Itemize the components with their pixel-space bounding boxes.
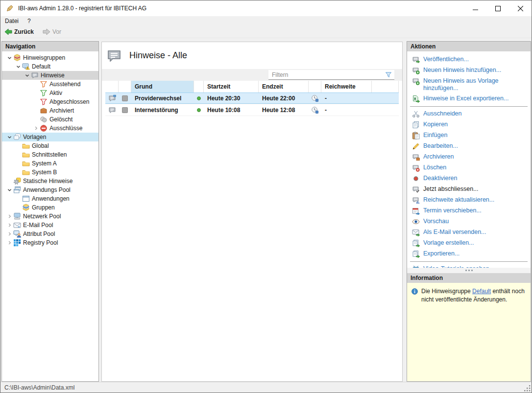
nav-item-abgeschlossen[interactable]: Abgeschlossen bbox=[2, 97, 98, 106]
chevron-down-icon[interactable] bbox=[15, 63, 22, 70]
nav-item-statische-hinweise[interactable]: Statische Hinweise bbox=[2, 177, 98, 185]
nav-item-label: Gruppen bbox=[32, 204, 55, 211]
close-button[interactable] bbox=[509, 0, 532, 16]
cell-endzeit: Heute 12:08 bbox=[259, 104, 309, 116]
funnel-red-icon bbox=[40, 98, 48, 106]
nav-item-hinweisgruppen[interactable]: Hinweisgruppen bbox=[2, 53, 98, 62]
default-group-link[interactable]: Default bbox=[472, 288, 491, 295]
action-veröffentlichen[interactable]: Veröffentlichen... bbox=[407, 54, 531, 65]
folder-icon bbox=[22, 142, 30, 150]
table-row-providerwechsel[interactable]: ProviderwechselHeute 20:30Heute 22:00- bbox=[105, 92, 399, 104]
chevron-down-icon[interactable] bbox=[6, 186, 13, 193]
action-bearbeiten[interactable]: Bearbeiten... bbox=[407, 141, 531, 152]
nav-item-hinweise[interactable]: Hinweise bbox=[2, 71, 98, 80]
nav-item-system-a[interactable]: System A bbox=[2, 159, 98, 168]
page-header: Hinweise - Alle bbox=[102, 42, 402, 69]
maximize-button[interactable] bbox=[486, 0, 509, 16]
nav-item-registry-pool[interactable]: Registry Pool bbox=[2, 238, 98, 247]
deactivate-icon bbox=[412, 175, 420, 183]
action-kopieren[interactable]: Kopieren bbox=[407, 119, 531, 130]
pane-splitter[interactable] bbox=[407, 268, 531, 273]
action-video-tutorials-ansehen[interactable]: Video-Tutorials ansehen... bbox=[407, 264, 531, 268]
action-deaktivieren[interactable]: Deaktivieren bbox=[407, 173, 531, 184]
action-neuen-hinweis-hinzufügen[interactable]: Neuen Hinweis hinzufügen... bbox=[407, 65, 531, 76]
action-exportieren[interactable]: Exportieren... bbox=[407, 249, 531, 259]
column-header-startzeit[interactable]: Startzeit bbox=[204, 81, 259, 92]
table-row-internetstörung[interactable]: InternetstörungHeute 10:08Heute 12:08- bbox=[105, 104, 399, 116]
filter-input[interactable] bbox=[268, 71, 385, 78]
active-dot-icon bbox=[194, 92, 204, 104]
nav-item-label: Anwendungen bbox=[32, 195, 70, 202]
nav-item-ausschlüsse[interactable]: Ausschlüsse bbox=[2, 124, 98, 133]
action-löschen[interactable]: Löschen bbox=[407, 162, 531, 173]
column-header-grund[interactable]: Grund bbox=[131, 81, 194, 92]
chevron-right-icon[interactable] bbox=[32, 125, 40, 132]
back-button[interactable]: Zurück bbox=[4, 28, 34, 36]
nav-item-gelöscht[interactable]: Gelöscht bbox=[2, 115, 98, 124]
chevron-right-icon[interactable] bbox=[6, 239, 13, 246]
action-als-e-mail-versenden[interactable]: Als E-Mail versenden... bbox=[407, 227, 531, 238]
maximize-icon bbox=[495, 6, 501, 11]
minimize-icon bbox=[473, 6, 478, 11]
forward-button[interactable]: Vor bbox=[43, 28, 61, 36]
column-header-reichweite[interactable]: Reichweite bbox=[321, 81, 372, 92]
column-header-endzeit[interactable]: Endzeit bbox=[259, 81, 309, 92]
action-vorschau[interactable]: Vorschau bbox=[407, 216, 531, 227]
action-label: Veröffentlichen... bbox=[423, 56, 469, 63]
action-reichweite-aktualisieren[interactable]: Reichweite aktualisieren... bbox=[407, 195, 531, 206]
action-label: Deaktivieren bbox=[423, 175, 457, 182]
layers-yellow-icon bbox=[22, 204, 30, 211]
reichweite-clock-icon bbox=[309, 92, 321, 104]
nav-item-label: Abgeschlossen bbox=[49, 98, 89, 105]
chevron-right-icon[interactable] bbox=[6, 222, 13, 229]
nav-item-e-mail-pool[interactable]: E-Mail Pool bbox=[2, 221, 98, 230]
chevron-right-icon[interactable] bbox=[6, 231, 13, 237]
nav-item-anwendungs-pool[interactable]: Anwendungs Pool bbox=[2, 185, 98, 194]
filter-strip bbox=[102, 69, 402, 81]
chevron-down-icon[interactable] bbox=[24, 72, 31, 79]
comment-icon bbox=[31, 71, 39, 79]
minimize-button[interactable] bbox=[464, 0, 486, 16]
chevron-down-icon[interactable] bbox=[6, 134, 13, 140]
cell-reichweite: - bbox=[321, 104, 372, 116]
column-header-blank bbox=[119, 81, 131, 92]
resize-grip[interactable] bbox=[524, 385, 531, 392]
nav-item-aktiv[interactable]: Aktiv bbox=[2, 89, 98, 97]
window-title: IBI-aws Admin 1.28.0 - registriert für I… bbox=[18, 5, 146, 12]
action-label: Hinweise in Excel exportieren... bbox=[423, 95, 508, 102]
nav-item-system-b[interactable]: System B bbox=[2, 168, 98, 177]
nav-item-default[interactable]: Default bbox=[2, 62, 98, 71]
info-icon bbox=[411, 288, 418, 295]
nav-item-schnittstellen[interactable]: Schnittstellen bbox=[2, 150, 98, 159]
nav-item-netzwerk-pool[interactable]: Netzwerk Pool bbox=[2, 212, 98, 221]
action-hinweise-in-excel-exportieren[interactable]: Hinweise in Excel exportieren... bbox=[407, 93, 531, 104]
nav-item-anwendungen[interactable]: Anwendungen bbox=[2, 194, 98, 203]
menu-datei[interactable]: Datei bbox=[0, 17, 23, 25]
nav-item-attribut-pool[interactable]: Attribut Pool bbox=[2, 230, 98, 238]
action-termin-verschieben[interactable]: Termin verschieben... bbox=[407, 206, 531, 216]
pencil-icon bbox=[412, 142, 420, 150]
action-vorlage-erstellen[interactable]: Vorlage erstellen... bbox=[407, 238, 531, 249]
action-ausschneiden[interactable]: Ausschneiden bbox=[407, 109, 531, 119]
filter-funnel-icon[interactable] bbox=[385, 71, 392, 79]
action-jetzt-abschliessen[interactable]: Jetzt abschliessen... bbox=[407, 184, 531, 195]
nav-item-gruppen[interactable]: Gruppen bbox=[2, 203, 98, 212]
nav-item-archiviert[interactable]: Archiviert bbox=[2, 106, 98, 115]
nav-item-global[interactable]: Global bbox=[2, 141, 98, 150]
monitor-warning-icon bbox=[22, 63, 30, 70]
chevron-right-icon[interactable] bbox=[6, 213, 13, 220]
action-neuen-hinweis-aus-vorlage-hinzufügen[interactable]: Neuen Hinweis aus Vorlage hinzufügen... bbox=[407, 76, 531, 93]
nav-item-vorlagen[interactable]: Vorlagen bbox=[2, 133, 98, 141]
nav-item-ausstehend[interactable]: Ausstehend bbox=[2, 80, 98, 89]
active-dot-icon bbox=[195, 106, 203, 114]
column-header-blank bbox=[194, 81, 204, 92]
action-einfügen[interactable]: Einfügen bbox=[407, 130, 531, 141]
data-file-path: C:\IBI-aws\Admin\Data.xml bbox=[4, 384, 74, 391]
templates-icon bbox=[13, 133, 21, 141]
chevron-down-icon[interactable] bbox=[6, 54, 13, 61]
status-square-icon bbox=[121, 106, 129, 114]
menu-help[interactable]: ? bbox=[23, 17, 35, 25]
column-header-blank bbox=[372, 81, 399, 92]
action-archivieren[interactable]: Archivieren bbox=[407, 152, 531, 162]
hinweise-icon bbox=[106, 48, 122, 64]
